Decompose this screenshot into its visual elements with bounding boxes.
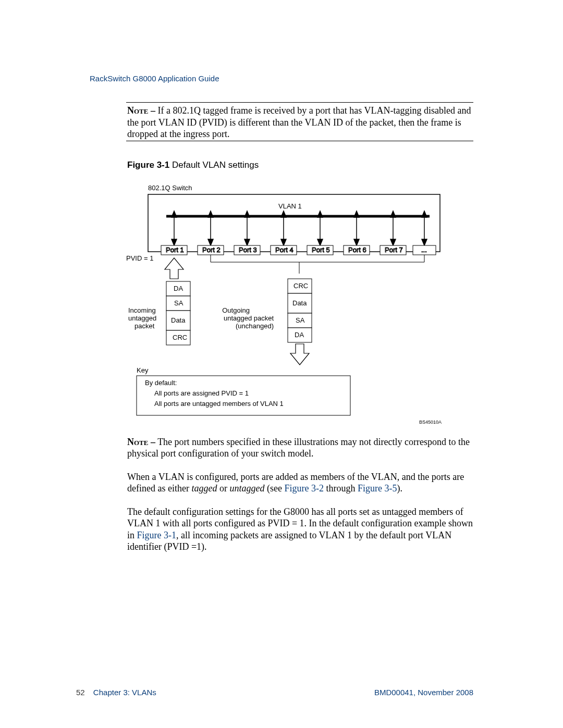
pvid-label: PVID = 1 (126, 254, 153, 262)
svg-marker-16 (317, 239, 323, 245)
page-footer: 52 Chapter 3: VLANs BMD00041, November 2… (76, 688, 473, 697)
arrow-8 (422, 211, 427, 245)
port-label-6: Port 6 (348, 246, 366, 254)
port-label-ellipsis: ... (421, 246, 427, 254)
incoming-label-3: packet (134, 322, 155, 330)
link-figure-3-1[interactable]: Figure 3-1 (137, 530, 177, 540)
svg-text:CRC: CRC (173, 334, 187, 341)
outgoing-label-3: (unchanged) (236, 322, 274, 330)
incoming-label-2: untagged (128, 314, 156, 322)
guide-header: RackSwitch G8000 Application Guide (90, 74, 474, 83)
svg-marker-6 (208, 211, 213, 217)
svg-marker-10 (244, 239, 250, 245)
svg-marker-18 (354, 211, 359, 217)
svg-text:Data: Data (292, 299, 307, 307)
svg-text:CRC: CRC (293, 282, 308, 290)
figure-number: Figure 3-1 (127, 160, 169, 170)
svg-marker-19 (354, 239, 359, 245)
svg-marker-3 (172, 211, 177, 217)
arrow-2 (208, 211, 213, 245)
incoming-stack: DA SA Data CRC (166, 281, 190, 345)
arrow-4 (281, 211, 286, 245)
svg-marker-4 (172, 239, 177, 245)
link-figure-3-2[interactable]: Figure 3-2 (284, 483, 324, 493)
note-block-1: Note – If a 802.1Q tagged frame is recei… (127, 105, 474, 140)
key-line-3: All ports are untagged members of VLAN 1 (154, 400, 284, 408)
port-label-4: Port 4 (275, 246, 293, 254)
arrow-5 (317, 211, 323, 245)
up-arrow-icon (165, 258, 183, 279)
arrow-3 (244, 211, 250, 245)
outgoing-label-1: Outgoing (222, 306, 250, 314)
svg-text:DA: DA (174, 285, 183, 292)
key-line-2: All ports are assigned PVID = 1 (154, 389, 249, 397)
rule-top (126, 102, 473, 103)
note-text-2: The port numbers specified in these illu… (127, 437, 470, 459)
svg-text:SA: SA (296, 316, 305, 324)
note-block-2: Note – The port numbers specified in the… (127, 436, 474, 460)
body-paragraph-1: When a VLAN is configured, ports are add… (127, 471, 474, 495)
rule-after-note (126, 141, 473, 141)
svg-marker-9 (244, 211, 250, 217)
svg-marker-34 (165, 258, 183, 279)
svg-marker-15 (317, 211, 323, 217)
incoming-label-1: Incoming (128, 306, 156, 314)
svg-marker-21 (390, 211, 396, 217)
note-label-2: Note – (127, 437, 155, 447)
chapter-label: Chapter 3: VLANs (93, 688, 156, 697)
svg-text:Data: Data (171, 316, 186, 324)
figure-caption: Figure 3-1 Default VLAN settings (127, 160, 474, 170)
outgoing-label-2: untagged packet (224, 314, 274, 322)
vlan-diagram: 802.1Q Switch VLAN 1 Port 1 Port 2 Port … (122, 180, 456, 430)
svg-text:DA: DA (295, 331, 304, 339)
port-label-2: Port 2 (202, 246, 221, 254)
outgoing-stack: CRC Data SA DA (288, 279, 312, 342)
svg-marker-22 (390, 239, 396, 245)
svg-marker-13 (281, 239, 286, 245)
svg-marker-24 (422, 211, 427, 217)
port-label-1: Port 1 (166, 246, 184, 254)
svg-marker-25 (422, 239, 427, 245)
doc-id: BMD00041, November 2008 (374, 688, 473, 697)
key-title: Key (137, 366, 149, 374)
figure-title: Default VLAN settings (169, 160, 259, 170)
down-arrow-icon (290, 344, 309, 365)
arrow-7 (390, 211, 396, 245)
port-label-7: Port 7 (385, 246, 403, 254)
note-label-1: Note – (127, 105, 155, 116)
arrow-1 (172, 211, 177, 245)
body-paragraph-2: The default configuration settings for t… (127, 506, 474, 553)
svg-marker-51 (290, 344, 309, 365)
svg-marker-7 (208, 239, 213, 245)
switch-label: 802.1Q Switch (148, 184, 192, 192)
link-figure-3-5[interactable]: Figure 3-5 (358, 483, 397, 493)
svg-text:SA: SA (174, 299, 183, 307)
vlan-label: VLAN 1 (278, 202, 302, 210)
arrow-6 (354, 211, 359, 245)
port-label-3: Port 3 (239, 246, 257, 254)
note-text-1: If a 802.1Q tagged frame is received by … (127, 105, 471, 139)
svg-marker-12 (281, 211, 286, 217)
port-label-5: Port 5 (312, 246, 330, 254)
page-number: 52 (76, 688, 85, 697)
key-line-1: By default: (145, 379, 177, 387)
diagram-id: BS45010A (419, 419, 442, 425)
